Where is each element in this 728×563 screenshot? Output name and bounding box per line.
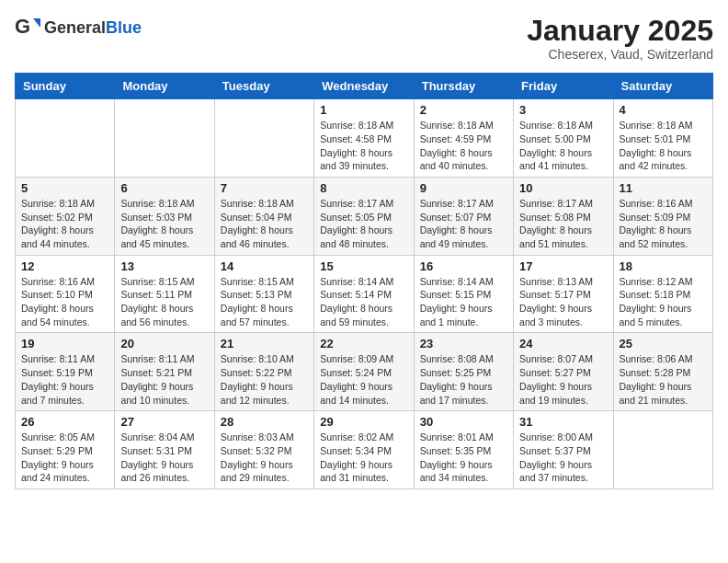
day-info: Sunrise: 8:11 AM Sunset: 5:21 PM Dayligh… bbox=[120, 352, 208, 407]
day-number: 2 bbox=[420, 103, 507, 117]
day-number: 29 bbox=[320, 415, 407, 429]
day-info: Sunrise: 8:16 AM Sunset: 5:10 PM Dayligh… bbox=[21, 275, 108, 329]
svg-marker-1 bbox=[33, 18, 40, 28]
day-number: 3 bbox=[519, 103, 607, 117]
calendar-cell: 7Sunrise: 8:18 AM Sunset: 5:04 PM Daylig… bbox=[214, 177, 313, 255]
calendar-cell: 23Sunrise: 8:08 AM Sunset: 5:25 PM Dayli… bbox=[414, 333, 513, 411]
calendar-cell: 6Sunrise: 8:18 AM Sunset: 5:03 PM Daylig… bbox=[115, 177, 214, 255]
calendar-cell bbox=[613, 411, 712, 489]
day-info: Sunrise: 8:15 AM Sunset: 5:11 PM Dayligh… bbox=[120, 275, 208, 329]
calendar-cell: 17Sunrise: 8:13 AM Sunset: 5:17 PM Dayli… bbox=[514, 255, 613, 333]
calendar-cell: 13Sunrise: 8:15 AM Sunset: 5:11 PM Dayli… bbox=[115, 255, 214, 333]
day-info: Sunrise: 8:18 AM Sunset: 5:01 PM Dayligh… bbox=[620, 119, 707, 173]
day-info: Sunrise: 8:04 AM Sunset: 5:31 PM Dayligh… bbox=[120, 431, 208, 485]
day-of-week-header: Tuesday bbox=[214, 74, 313, 99]
calendar-cell: 20Sunrise: 8:11 AM Sunset: 5:21 PM Dayli… bbox=[115, 333, 214, 411]
day-info: Sunrise: 8:18 AM Sunset: 4:58 PM Dayligh… bbox=[320, 119, 407, 173]
day-number: 25 bbox=[620, 337, 707, 350]
day-info: Sunrise: 8:00 AM Sunset: 5:37 PM Dayligh… bbox=[519, 431, 607, 485]
day-info: Sunrise: 8:18 AM Sunset: 5:03 PM Dayligh… bbox=[120, 197, 208, 251]
day-info: Sunrise: 8:15 AM Sunset: 5:13 PM Dayligh… bbox=[221, 275, 308, 329]
day-info: Sunrise: 8:18 AM Sunset: 5:00 PM Dayligh… bbox=[519, 119, 607, 173]
calendar-cell: 22Sunrise: 8:09 AM Sunset: 5:24 PM Dayli… bbox=[314, 333, 414, 411]
day-info: Sunrise: 8:08 AM Sunset: 5:25 PM Dayligh… bbox=[420, 352, 507, 407]
day-of-week-header: Friday bbox=[514, 74, 613, 99]
day-number: 9 bbox=[420, 181, 507, 195]
calendar-week-row: 1Sunrise: 8:18 AM Sunset: 4:58 PM Daylig… bbox=[16, 99, 713, 178]
svg-text:G: G bbox=[15, 15, 30, 38]
day-info: Sunrise: 8:16 AM Sunset: 5:09 PM Dayligh… bbox=[620, 197, 707, 251]
calendar-cell: 1Sunrise: 8:18 AM Sunset: 4:58 PM Daylig… bbox=[314, 99, 414, 178]
calendar-cell: 3Sunrise: 8:18 AM Sunset: 5:00 PM Daylig… bbox=[514, 99, 613, 178]
calendar-cell: 27Sunrise: 8:04 AM Sunset: 5:31 PM Dayli… bbox=[115, 411, 214, 489]
calendar-cell: 31Sunrise: 8:00 AM Sunset: 5:37 PM Dayli… bbox=[514, 411, 613, 489]
day-number: 28 bbox=[221, 415, 308, 429]
day-number: 31 bbox=[519, 415, 607, 429]
day-info: Sunrise: 8:09 AM Sunset: 5:24 PM Dayligh… bbox=[320, 352, 407, 407]
day-info: Sunrise: 8:10 AM Sunset: 5:22 PM Dayligh… bbox=[221, 352, 308, 407]
day-number: 18 bbox=[620, 259, 707, 273]
title-block: January 2025 Cheserex, Vaud, Switzerland bbox=[527, 15, 713, 62]
calendar-header-row: SundayMondayTuesdayWednesdayThursdayFrid… bbox=[16, 74, 713, 99]
calendar-cell: 10Sunrise: 8:17 AM Sunset: 5:08 PM Dayli… bbox=[514, 177, 613, 255]
page-header: G GeneralBlue January 2025 Cheserex, Vau… bbox=[15, 15, 713, 62]
calendar-cell: 29Sunrise: 8:02 AM Sunset: 5:34 PM Dayli… bbox=[314, 411, 414, 489]
calendar-cell: 4Sunrise: 8:18 AM Sunset: 5:01 PM Daylig… bbox=[613, 99, 712, 178]
day-number: 16 bbox=[420, 259, 507, 273]
day-number: 7 bbox=[221, 181, 308, 195]
day-info: Sunrise: 8:02 AM Sunset: 5:34 PM Dayligh… bbox=[320, 431, 407, 485]
calendar-cell: 21Sunrise: 8:10 AM Sunset: 5:22 PM Dayli… bbox=[214, 333, 313, 411]
day-info: Sunrise: 8:17 AM Sunset: 5:05 PM Dayligh… bbox=[320, 197, 407, 251]
calendar-cell: 15Sunrise: 8:14 AM Sunset: 5:14 PM Dayli… bbox=[314, 255, 414, 333]
day-number: 24 bbox=[519, 337, 607, 350]
day-of-week-header: Wednesday bbox=[314, 74, 414, 99]
day-info: Sunrise: 8:14 AM Sunset: 5:14 PM Dayligh… bbox=[320, 275, 407, 329]
day-number: 8 bbox=[320, 181, 407, 195]
day-info: Sunrise: 8:03 AM Sunset: 5:32 PM Dayligh… bbox=[221, 431, 308, 485]
month-title: January 2025 bbox=[527, 15, 713, 47]
calendar-cell: 30Sunrise: 8:01 AM Sunset: 5:35 PM Dayli… bbox=[414, 411, 513, 489]
calendar-cell: 9Sunrise: 8:17 AM Sunset: 5:07 PM Daylig… bbox=[414, 177, 513, 255]
logo-icon: G bbox=[15, 15, 40, 40]
day-info: Sunrise: 8:06 AM Sunset: 5:28 PM Dayligh… bbox=[620, 352, 707, 407]
calendar-cell: 2Sunrise: 8:18 AM Sunset: 4:59 PM Daylig… bbox=[414, 99, 513, 178]
day-info: Sunrise: 8:12 AM Sunset: 5:18 PM Dayligh… bbox=[620, 275, 707, 329]
logo-general-text: General bbox=[44, 18, 106, 37]
day-info: Sunrise: 8:18 AM Sunset: 5:02 PM Dayligh… bbox=[21, 197, 108, 251]
day-of-week-header: Sunday bbox=[16, 74, 115, 99]
calendar-cell: 24Sunrise: 8:07 AM Sunset: 5:27 PM Dayli… bbox=[514, 333, 613, 411]
day-info: Sunrise: 8:07 AM Sunset: 5:27 PM Dayligh… bbox=[519, 352, 607, 407]
day-number: 19 bbox=[21, 337, 108, 350]
day-of-week-header: Monday bbox=[115, 74, 214, 99]
calendar-cell: 5Sunrise: 8:18 AM Sunset: 5:02 PM Daylig… bbox=[16, 177, 115, 255]
calendar-cell: 12Sunrise: 8:16 AM Sunset: 5:10 PM Dayli… bbox=[16, 255, 115, 333]
logo-blue-text: Blue bbox=[106, 18, 142, 37]
day-info: Sunrise: 8:14 AM Sunset: 5:15 PM Dayligh… bbox=[420, 275, 507, 329]
calendar-week-row: 5Sunrise: 8:18 AM Sunset: 5:02 PM Daylig… bbox=[16, 177, 713, 255]
calendar-cell: 14Sunrise: 8:15 AM Sunset: 5:13 PM Dayli… bbox=[214, 255, 313, 333]
day-info: Sunrise: 8:01 AM Sunset: 5:35 PM Dayligh… bbox=[420, 431, 507, 485]
day-info: Sunrise: 8:17 AM Sunset: 5:08 PM Dayligh… bbox=[519, 197, 607, 251]
day-number: 14 bbox=[221, 259, 308, 273]
calendar-table: SundayMondayTuesdayWednesdayThursdayFrid… bbox=[15, 73, 713, 489]
day-number: 30 bbox=[420, 415, 507, 429]
calendar-week-row: 26Sunrise: 8:05 AM Sunset: 5:29 PM Dayli… bbox=[16, 411, 713, 489]
calendar-cell: 8Sunrise: 8:17 AM Sunset: 5:05 PM Daylig… bbox=[314, 177, 414, 255]
day-info: Sunrise: 8:18 AM Sunset: 4:59 PM Dayligh… bbox=[420, 119, 507, 173]
logo: G GeneralBlue bbox=[15, 15, 142, 40]
day-number: 23 bbox=[420, 337, 507, 350]
calendar-cell: 19Sunrise: 8:11 AM Sunset: 5:19 PM Dayli… bbox=[16, 333, 115, 411]
day-info: Sunrise: 8:13 AM Sunset: 5:17 PM Dayligh… bbox=[519, 275, 607, 329]
day-number: 17 bbox=[519, 259, 607, 273]
day-number: 11 bbox=[620, 181, 707, 195]
calendar-cell: 25Sunrise: 8:06 AM Sunset: 5:28 PM Dayli… bbox=[613, 333, 712, 411]
day-number: 6 bbox=[120, 181, 208, 195]
day-info: Sunrise: 8:11 AM Sunset: 5:19 PM Dayligh… bbox=[21, 352, 108, 407]
day-number: 27 bbox=[120, 415, 208, 429]
day-number: 21 bbox=[221, 337, 308, 350]
day-number: 5 bbox=[21, 181, 108, 195]
day-number: 20 bbox=[120, 337, 208, 350]
calendar-cell: 18Sunrise: 8:12 AM Sunset: 5:18 PM Dayli… bbox=[613, 255, 712, 333]
day-number: 10 bbox=[519, 181, 607, 195]
calendar-cell bbox=[214, 99, 313, 178]
